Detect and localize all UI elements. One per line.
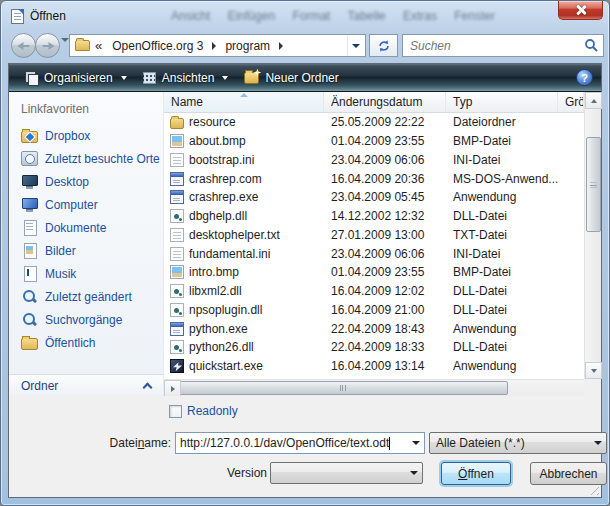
help-button[interactable]: ? <box>576 69 593 86</box>
open-button[interactable]: Öffnen <box>441 462 511 485</box>
folder-icon <box>75 40 90 51</box>
breadcrumb-separator-icon[interactable] <box>279 42 283 50</box>
sidebar-item-label: Zuletzt geändert <box>45 290 132 304</box>
command-toolbar: Organisieren Ansichten Neuer Ordner ? <box>9 64 601 92</box>
vertical-scrollbar-thumb[interactable] <box>586 137 601 232</box>
file-row[interactable]: intro.bmp 01.04.2009 23:55 BMP-Datei <box>164 263 584 282</box>
file-row[interactable]: crashrep.exe 23.04.2009 05:45 Anwendung <box>164 188 584 207</box>
back-button[interactable] <box>11 33 36 58</box>
sidebar-item[interactable]: Zuletzt geändert <box>9 285 163 308</box>
address-dropdown-button[interactable] <box>347 35 363 56</box>
sidebar-item[interactable]: Dropbox <box>9 124 163 147</box>
refresh-button[interactable] <box>369 34 398 57</box>
version-dropdown-button[interactable] <box>405 463 422 483</box>
close-icon <box>576 5 586 15</box>
address-breadcrumb[interactable]: « OpenOffice.org 3 program <box>69 34 366 57</box>
file-type: Anwendung <box>446 359 558 373</box>
file-row[interactable]: npsoplugin.dll 16.04.2009 21:00 DLL-Date… <box>164 301 584 320</box>
organize-button[interactable]: Organisieren <box>17 68 135 88</box>
readonly-checkbox[interactable] <box>169 405 182 418</box>
new-folder-button[interactable]: Neuer Ordner <box>236 68 346 88</box>
readonly-label[interactable]: Readonly <box>187 404 238 418</box>
sidebar-item-label: Desktop <box>45 175 89 189</box>
sidebar-item[interactable]: Musik <box>9 262 163 285</box>
vertical-scrollbar[interactable] <box>584 92 601 379</box>
file-list: Name Änderungsdatum Typ Größe <box>164 92 601 396</box>
sidebar-item[interactable]: Dokumente <box>9 216 163 239</box>
file-row[interactable]: fundamental.ini 23.04.2009 06:06 INI-Dat… <box>164 244 584 263</box>
chevron-down-icon <box>352 44 360 48</box>
sidebar-item-icon <box>21 220 38 235</box>
sidebar-item[interactable]: Zuletzt besuchte Orte <box>9 147 163 170</box>
sidebar-item[interactable]: Desktop <box>9 170 163 193</box>
sidebar-item[interactable]: Bilder <box>9 239 163 262</box>
file-name: python.exe <box>189 322 248 336</box>
scroll-up-button[interactable] <box>585 92 602 109</box>
horizontal-scrollbar-thumb[interactable] <box>178 381 508 395</box>
filename-input[interactable]: http://127.0.0.1/dav/OpenOffice/text.odt <box>176 436 407 450</box>
breadcrumb-separator-icon[interactable] <box>212 42 216 50</box>
filetype-select[interactable]: Alle Dateien (*.*) <box>429 432 607 454</box>
breadcrumb-collapse-chevron[interactable]: « <box>95 38 102 53</box>
breadcrumb-segment-label[interactable]: OpenOffice.org 3 <box>106 39 209 53</box>
file-name: about.bmp <box>189 134 246 148</box>
file-row[interactable]: dbghelp.dll 14.12.2002 12:32 DLL-Datei <box>164 207 584 226</box>
file-type: DLL-Datei <box>446 284 558 298</box>
title-bar[interactable]: Öffnen Ansicht Einfügen Format Tabelle E… <box>1 1 609 31</box>
sidebar-item-label: Computer <box>45 198 98 212</box>
horizontal-scrollbar[interactable] <box>164 379 584 396</box>
file-row[interactable]: python26.dll 22.04.2009 18:33 DLL-Datei <box>164 338 584 357</box>
column-header[interactable]: Größe <box>558 92 584 112</box>
file-modified-date: 01.04.2009 23:55 <box>324 265 446 279</box>
column-header[interactable]: Name <box>164 92 324 112</box>
organize-label: Organisieren <box>44 71 113 85</box>
filetype-dropdown-button[interactable] <box>589 433 606 453</box>
new-folder-label: Neuer Ordner <box>265 71 338 85</box>
file-row[interactable]: libxml2.dll 16.04.2009 12:02 DLL-Datei <box>164 282 584 301</box>
column-header[interactable]: Änderungsdatum <box>324 92 446 112</box>
folders-expander[interactable]: Ordner <box>9 374 163 396</box>
text-caret <box>389 437 390 450</box>
breadcrumb-segment[interactable]: OpenOffice.org 3 <box>106 35 219 56</box>
list-header: Name Änderungsdatum Typ Größe <box>164 92 584 113</box>
file-row[interactable]: about.bmp 01.04.2009 23:55 BMP-Datei <box>164 132 584 151</box>
scroll-right-button[interactable] <box>164 380 181 397</box>
sidebar-header: Linkfavoriten <box>9 92 163 124</box>
breadcrumb-segment-label[interactable]: program <box>219 39 276 53</box>
sidebar-item-icon <box>21 266 38 281</box>
readonly-option[interactable]: Readonly <box>169 404 238 418</box>
search-icon[interactable] <box>584 38 599 53</box>
window-title: Öffnen <box>30 9 66 23</box>
file-row[interactable]: bootstrap.ini 23.04.2009 06:06 INI-Datei <box>164 151 584 170</box>
navigation-bar: « OpenOffice.org 3 program <box>8 32 602 60</box>
filename-dropdown-button[interactable] <box>407 433 424 453</box>
forward-arrow-icon <box>41 42 54 50</box>
open-dialog-window: Öffnen Ansicht Einfügen Format Tabelle E… <box>0 0 610 506</box>
breadcrumb-segment[interactable]: program <box>219 35 286 56</box>
version-select[interactable] <box>270 462 423 484</box>
file-row[interactable]: desktophelper.txt 27.01.2009 13:00 TXT-D… <box>164 226 584 245</box>
views-button[interactable]: Ansichten <box>135 68 237 88</box>
file-row[interactable]: quickstart.exe 16.04.2009 13:14 Anwendun… <box>164 357 584 376</box>
sidebar-item[interactable]: Computer <box>9 193 163 216</box>
close-button[interactable] <box>558 1 603 20</box>
file-modified-date: 01.04.2009 23:55 <box>324 134 446 148</box>
file-type-icon <box>170 303 184 317</box>
file-name: dbghelp.dll <box>189 209 247 223</box>
file-name: fundamental.ini <box>189 247 270 261</box>
scroll-down-button[interactable] <box>585 362 602 379</box>
forward-button[interactable] <box>35 33 60 58</box>
file-type-icon <box>170 190 184 204</box>
sidebar-item[interactable]: Suchvorgänge <box>9 308 163 331</box>
file-row[interactable]: python.exe 22.04.2009 18:43 Anwendung <box>164 319 584 338</box>
sidebar-item[interactable]: Öffentlich <box>9 331 163 354</box>
cancel-button[interactable]: Abbrechen <box>530 462 607 485</box>
file-row[interactable]: crashrep.com 16.04.2009 20:36 MS-DOS-Anw… <box>164 169 584 188</box>
sidebar-item-icon <box>21 131 38 143</box>
sidebar-item-icon <box>21 338 38 350</box>
sidebar-item-icon <box>21 197 38 212</box>
file-modified-date: 27.01.2009 13:00 <box>324 228 446 242</box>
file-row[interactable]: resource 25.05.2009 22:22 Dateiordner <box>164 113 584 132</box>
column-header[interactable]: Typ <box>446 92 558 112</box>
search-input[interactable] <box>410 39 584 53</box>
